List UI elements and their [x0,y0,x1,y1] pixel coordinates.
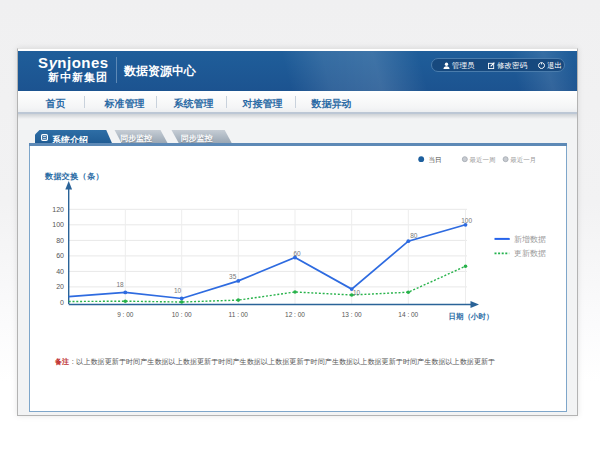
svg-text:100: 100 [52,221,64,228]
svg-text:13 : 00: 13 : 00 [342,310,362,317]
svg-text:100: 100 [461,216,472,223]
svg-text:18: 18 [116,280,124,287]
svg-text:当日: 当日 [429,155,442,162]
svg-text:120: 120 [52,205,64,212]
svg-text:更新数据: 更新数据 [514,249,546,258]
svg-text:40: 40 [56,267,64,274]
svg-text:10: 10 [174,286,182,293]
svg-text:60: 60 [293,249,301,256]
svg-text:10 : 00: 10 : 00 [172,310,192,317]
svg-text:日期（小时）: 日期（小时） [449,311,494,320]
svg-text:最近一周: 最近一周 [469,155,495,162]
svg-text:80: 80 [410,231,418,238]
svg-text:20: 20 [56,283,64,290]
svg-text:0: 0 [60,298,64,305]
svg-text:35: 35 [229,273,237,280]
svg-text:9 : 00: 9 : 00 [117,310,134,317]
svg-text:14 : 00: 14 : 00 [398,310,418,317]
svg-text:11 : 00: 11 : 00 [229,310,249,317]
svg-text:60: 60 [56,252,64,259]
svg-text:10: 10 [353,288,361,295]
svg-text:最近一月: 最近一月 [510,155,536,163]
svg-text:12 : 00: 12 : 00 [285,310,305,317]
svg-text:80: 80 [56,236,64,243]
svg-text:数据交换（条）: 数据交换（条） [44,172,104,181]
svg-text:新增数据: 新增数据 [514,234,546,243]
